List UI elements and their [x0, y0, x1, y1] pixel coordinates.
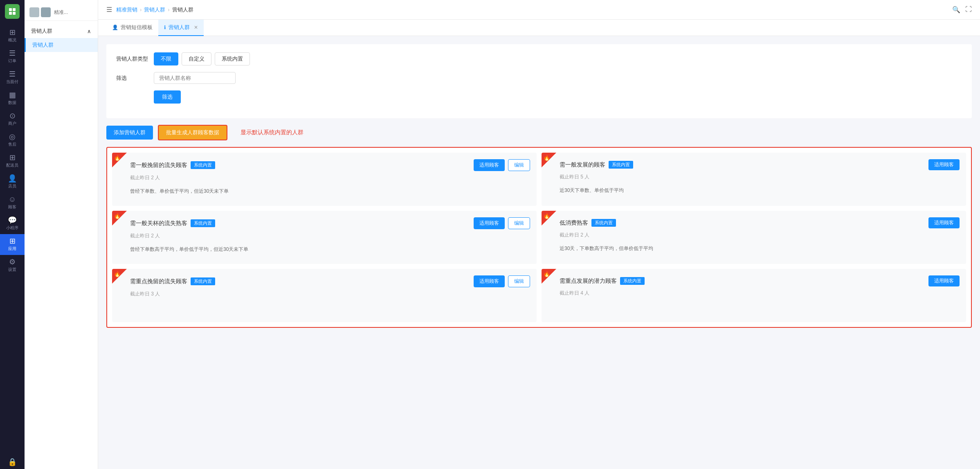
customer-icon: ☺: [9, 196, 16, 203]
fire-icon-1: 🔥: [114, 154, 121, 161]
card-1-actions: 适用顾客 编辑: [474, 159, 530, 171]
filter-btn-system[interactable]: 系统内置: [215, 52, 250, 65]
sidebar-logo: [5, 4, 20, 19]
name-filter-row: 筛选: [116, 72, 962, 84]
sidebar-item-apps[interactable]: ⊞ 应用: [0, 234, 25, 255]
card-3-header: 需一般关杯的流失熟客 系统内置 适用顾客 编辑: [119, 217, 530, 229]
card-1-header: 需一般挽留的流失顾客 系统内置 适用顾客 编辑: [119, 159, 530, 171]
topbar-actions: 🔍 ⛶: [952, 6, 972, 14]
add-marketing-group-button[interactable]: 添加营销人群: [106, 126, 153, 140]
sidebar: ⊞ 概况 ☰ 订单 ☰ 当面付 ▦ 数据 ⊙ 商户 ◎ 售后 ⊞ 配送员 👤 店…: [0, 0, 25, 469]
sidebar-item-orders[interactable]: ☰ 订单: [0, 46, 25, 67]
card-1-badge: 系统内置: [191, 161, 215, 169]
tab-close-icon[interactable]: ✕: [194, 25, 198, 30]
sidebar-item-overview[interactable]: ⊞ 概况: [0, 25, 25, 46]
card-3: 🔥 需一般关杯的流失熟客 系统内置 适用顾客 编辑 截止昨日 2 人 曾经下单数…: [112, 211, 537, 264]
nav-sub-item-marketing-group[interactable]: 营销人群: [25, 38, 98, 52]
breadcrumb-item-2[interactable]: 营销人群: [144, 6, 165, 14]
aftersale-icon: ◎: [9, 133, 16, 140]
breadcrumb: 精准营销 › 营销人群 › 营销人群: [116, 6, 193, 14]
card-6-actions: 适用顾客: [928, 275, 960, 286]
card-4-desc: 近30天，下单数高于平均，但单价低于平均: [548, 245, 960, 252]
type-filter-label: 营销人群类型: [116, 55, 149, 63]
card-1-edit-btn[interactable]: 编辑: [508, 159, 530, 171]
card-2-badge: 系统内置: [609, 161, 633, 169]
search-icon[interactable]: 🔍: [952, 6, 960, 14]
card-6-title: 需重点发展的潜力顾客: [560, 277, 617, 285]
chevron-up-icon: ∧: [87, 28, 91, 34]
staff-icon: 👤: [8, 175, 17, 182]
card-5: 🔥 需重点挽留的流失顾客 系统内置 适用顾客 编辑 截止昨日 3 人: [112, 269, 537, 322]
card-1-apply-btn[interactable]: 适用顾客: [474, 159, 505, 171]
content-area: 营销人群类型 不限 自定义 系统内置 筛选 筛选 添加营销人群 批量生成人群顾客…: [98, 36, 980, 469]
card-1-desc: 曾经下单数、单价低于平均，但近30天未下单: [119, 188, 530, 195]
sidebar-item-payment[interactable]: ☰ 当面付: [0, 67, 25, 88]
card-5-count: 截止昨日 3 人: [119, 291, 530, 298]
breadcrumb-sep-2: ›: [168, 7, 169, 13]
batch-generate-button[interactable]: 批量生成人群顾客数据: [158, 125, 227, 140]
card-5-badge: 系统内置: [191, 277, 215, 285]
shop-avatar-1: [29, 7, 39, 17]
card-2-header: 需一般发展的顾客 系统内置 适用顾客: [548, 159, 960, 170]
fire-icon-5: 🔥: [114, 271, 121, 277]
card-2-title: 需一般发展的顾客: [560, 161, 605, 169]
sidebar-item-data[interactable]: ▦ 数据: [0, 88, 25, 109]
sidebar-item-miniapp[interactable]: 💬 小程序: [0, 213, 25, 234]
apps-icon: ⊞: [9, 237, 16, 245]
filter-btn-unlimited[interactable]: 不限: [154, 52, 178, 65]
card-4-header: 低消费熟客 系统内置 适用顾客: [548, 217, 960, 228]
card-2: 🔥 需一般发展的顾客 系统内置 适用顾客 截止昨日 5 人 近30天下单数、单价…: [542, 153, 966, 206]
card-5-apply-btn[interactable]: 适用顾客: [474, 275, 505, 287]
card-4-apply-btn[interactable]: 适用顾客: [928, 217, 960, 228]
name-filter-input[interactable]: [154, 72, 236, 84]
search-row: 筛选: [116, 90, 962, 104]
tab-bar: 👤 营销短信模板 ℹ 营销人群 ✕: [98, 20, 980, 36]
nav-section-header[interactable]: 营销人群 ∧: [25, 24, 98, 38]
card-5-edit-btn[interactable]: 编辑: [508, 275, 530, 287]
miniapp-icon: 💬: [8, 216, 17, 224]
sidebar-item-delivery[interactable]: ⊞ 配送员: [0, 151, 25, 171]
topbar: ☰ 精准营销 › 营销人群 › 营销人群 🔍 ⛶: [98, 0, 980, 20]
card-2-actions: 适用顾客: [928, 159, 960, 170]
card-3-apply-btn[interactable]: 适用顾客: [474, 217, 505, 229]
card-6-badge: 系统内置: [620, 277, 645, 285]
card-2-desc: 近30天下单数、单价低于平均: [548, 187, 960, 194]
overview-icon: ⊞: [9, 29, 16, 36]
sidebar-item-settings[interactable]: ⚙ 设置: [0, 255, 25, 276]
search-button[interactable]: 筛选: [154, 90, 181, 104]
sidebar-item-aftersale[interactable]: ◎ 售后: [0, 130, 25, 151]
tab-marketing-group[interactable]: ℹ 营销人群 ✕: [158, 20, 204, 36]
cards-grid: 🔥 需一般挽留的流失顾客 系统内置 适用顾客 编辑 截止昨日 2 人 曾经下单数…: [112, 153, 966, 322]
settings-icon: ⚙: [9, 258, 16, 266]
type-filter-row: 营销人群类型 不限 自定义 系统内置: [116, 52, 962, 65]
sidebar-item-staff[interactable]: 👤 店员: [0, 171, 25, 192]
filter-btn-custom[interactable]: 自定义: [182, 52, 211, 65]
card-3-badge: 系统内置: [191, 219, 215, 227]
type-filter-buttons: 不限 自定义 系统内置: [154, 52, 250, 65]
breadcrumb-item-1[interactable]: 精准营销: [116, 6, 137, 14]
sidebar-item-customer[interactable]: ☺ 顾客: [0, 192, 25, 213]
card-6: 🔥 需重点发展的潜力顾客 系统内置 适用顾客 截止昨日 4 人: [542, 269, 966, 322]
tab-sms-template[interactable]: 👤 营销短信模板: [106, 20, 158, 36]
card-2-apply-btn[interactable]: 适用顾客: [928, 159, 960, 170]
sidebar-item-lock[interactable]: 🔒: [0, 455, 25, 469]
card-6-count: 截止昨日 4 人: [548, 290, 960, 297]
fire-icon-4: 🔥: [543, 212, 550, 219]
shop-avatar-2: [41, 7, 51, 17]
hint-text: 显示默认系统内置的人群: [241, 129, 303, 136]
shop-avatars: [29, 7, 51, 17]
card-6-apply-btn[interactable]: 适用顾客: [928, 275, 960, 286]
delivery-icon: ⊞: [9, 154, 16, 161]
main-content: ☰ 精准营销 › 营销人群 › 营销人群 🔍 ⛶ 👤 营销短信模板 ℹ 营销人群…: [98, 0, 980, 469]
card-3-desc: 曾经下单数高于平均，单价低于平均，但近30天未下单: [119, 246, 530, 253]
payment-icon: ☰: [9, 70, 16, 78]
sidebar-item-merchant[interactable]: ⊙ 商户: [0, 109, 25, 130]
expand-icon[interactable]: ⛶: [965, 6, 972, 14]
card-4-count: 截止昨日 2 人: [548, 232, 960, 239]
data-icon: ▦: [9, 91, 16, 99]
card-3-edit-btn[interactable]: 编辑: [508, 217, 530, 229]
card-1-title: 需一般挽留的流失顾客: [130, 162, 187, 169]
fire-icon-3: 🔥: [114, 212, 121, 219]
menu-icon[interactable]: ☰: [106, 6, 112, 14]
card-3-title: 需一般关杯的流失熟客: [130, 220, 187, 227]
